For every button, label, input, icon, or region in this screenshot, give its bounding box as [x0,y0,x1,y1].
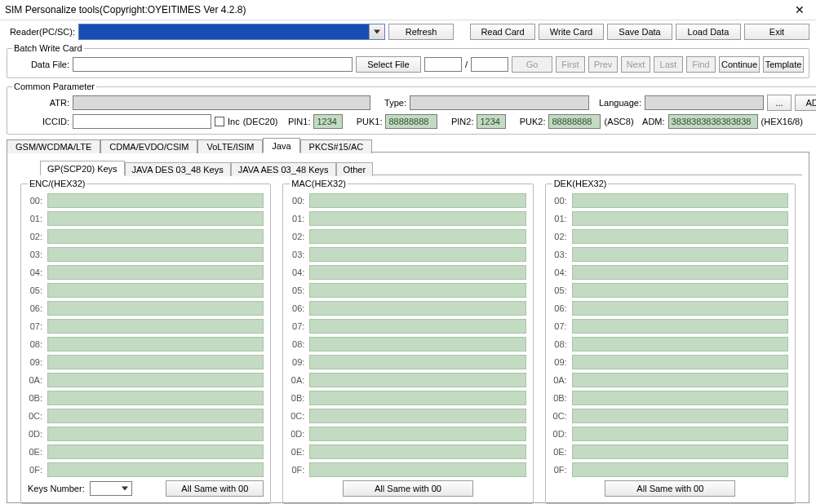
page-current-input[interactable] [424,57,462,72]
dek-input-11[interactable] [572,391,788,405]
mac-row-12: 0C: [290,409,526,423]
mac-input-13[interactable] [309,427,526,441]
keytab-java-des-03-48-keys[interactable]: JAVA DES 03_48 Keys [125,162,231,176]
dek-input-8[interactable] [572,337,788,351]
mac-input-1[interactable] [309,211,526,226]
enc-input-0[interactable] [47,193,264,208]
mac-all-same-button[interactable]: All Same with 00 [343,480,473,497]
dek-input-13[interactable] [572,427,788,441]
next-button[interactable]: Next [621,56,650,73]
reader-combo[interactable] [78,24,385,40]
mac-input-9[interactable] [309,355,526,369]
pin1-input[interactable] [313,114,343,129]
dek-input-3[interactable] [572,247,788,262]
type-input[interactable] [410,95,589,110]
dek-input-2[interactable] [572,229,788,244]
pin2-input[interactable] [477,114,506,129]
puk1-input[interactable] [385,114,437,129]
mac-input-4[interactable] [309,265,526,280]
enc-input-13[interactable] [47,427,264,441]
enc-input-10[interactable] [47,373,264,387]
enc-input-3[interactable] [47,247,264,262]
mac-input-8[interactable] [309,337,526,351]
mac-input-15[interactable] [309,462,526,477]
adn-button[interactable]: ADN [795,95,816,111]
keytab-other[interactable]: Other [336,162,374,176]
mac-input-11[interactable] [309,391,526,405]
dek-input-10[interactable] [572,373,788,387]
dek-input-5[interactable] [572,283,788,298]
dek-input-7[interactable] [572,319,788,334]
mac-input-2[interactable] [309,229,526,244]
mac-input-3[interactable] [309,247,526,262]
enc-all-same-button[interactable]: All Same with 00 [166,480,264,497]
refresh-button[interactable]: Refresh [388,24,454,40]
enc-row-15: 0F: [28,462,264,477]
enc-input-1[interactable] [47,211,264,226]
dek-input-6[interactable] [572,301,788,316]
select-file-button[interactable]: Select File [356,56,421,73]
tab-volte-isim[interactable]: VoLTE/ISIM [197,139,263,153]
enc-input-15[interactable] [47,462,264,477]
inc-checkbox[interactable] [215,117,224,126]
tab-java[interactable]: Java [263,138,299,153]
keytab-gp-scp20-keys[interactable]: GP(SCP20) Keys [40,161,125,175]
enc-input-5[interactable] [47,283,264,298]
enc-input-14[interactable] [47,444,264,459]
read-card-button[interactable]: Read Card [470,24,535,40]
mac-input-5[interactable] [309,283,526,298]
tab-gsm-wcdma-lte[interactable]: GSM/WCDMA/LTE [7,139,100,153]
enc-input-7[interactable] [47,319,264,334]
language-input[interactable] [645,95,764,110]
dek-input-15[interactable] [572,462,788,477]
dek-input-14[interactable] [572,444,788,459]
close-icon[interactable]: ✕ [790,3,809,16]
load-data-button[interactable]: Load Data [676,24,741,40]
dek-all-same-button[interactable]: All Same with 00 [605,480,735,497]
mac-input-7[interactable] [309,319,526,334]
enc-input-2[interactable] [47,229,264,244]
dek-input-0[interactable] [572,193,788,208]
adm-input[interactable] [668,114,758,129]
language-button[interactable]: ... [767,95,792,111]
enc-row-label: 0D: [28,429,42,439]
find-button[interactable]: Find [686,56,716,73]
keytab-java-aes-03-48-keys[interactable]: JAVA AES 03_48 Keys [231,162,336,176]
mac-input-14[interactable] [309,444,526,459]
enc-input-6[interactable] [47,301,264,316]
tab-pkcs-15-ac[interactable]: PKCS#15/AC [300,139,373,153]
mac-input-0[interactable] [309,193,526,208]
reader-label: Reader(PC/SC): [7,27,75,37]
dek-input-1[interactable] [572,211,788,226]
atr-input[interactable] [73,95,370,110]
dek-row-label: 07: [552,321,567,331]
write-card-button[interactable]: Write Card [539,24,604,40]
mac-input-10[interactable] [309,373,526,387]
first-button[interactable]: First [556,56,585,73]
enc-input-4[interactable] [47,265,264,280]
tab-cdma-evdo-csim[interactable]: CDMA/EVDO/CSIM [100,139,197,153]
last-button[interactable]: Last [654,56,683,73]
mac-input-12[interactable] [309,409,526,423]
keys-number-combo[interactable] [90,481,132,496]
go-button[interactable]: Go [512,56,552,73]
enc-input-11[interactable] [47,391,264,405]
mac-input-6[interactable] [309,301,526,316]
save-data-button[interactable]: Save Data [607,24,672,40]
exit-button[interactable]: Exit [744,24,809,40]
puk2-input[interactable] [548,114,601,129]
enc-input-8[interactable] [47,337,264,351]
enc-input-12[interactable] [47,409,264,423]
dek-input-9[interactable] [572,355,788,369]
dek-row-11: 0B: [552,391,788,405]
dek-input-4[interactable] [572,265,788,280]
enc-row-2: 02: [28,229,264,244]
template-button[interactable]: Template [763,56,804,73]
iccid-input[interactable] [73,114,211,129]
page-total-input[interactable] [471,57,508,72]
enc-input-9[interactable] [47,355,264,369]
dek-input-12[interactable] [572,409,788,423]
continue-button[interactable]: Continue [719,56,760,73]
data-file-input[interactable] [73,57,353,72]
prev-button[interactable]: Prev [588,56,618,73]
